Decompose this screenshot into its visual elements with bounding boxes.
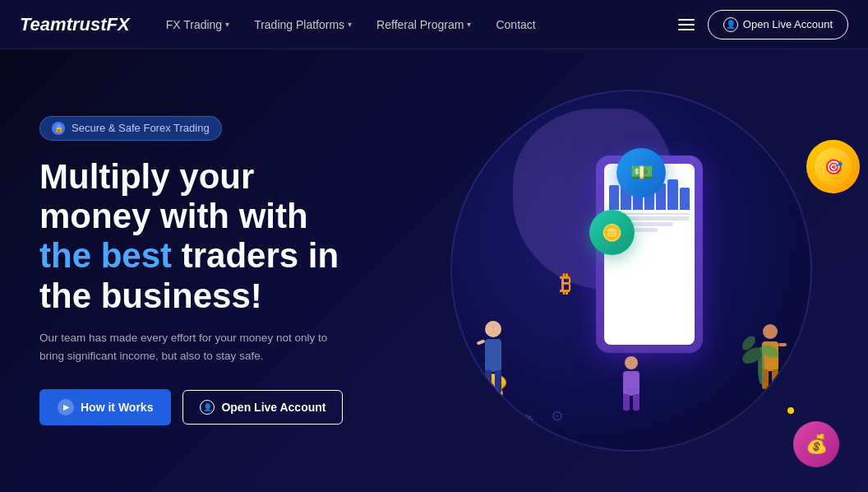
svg-point-10 xyxy=(625,356,638,369)
svg-point-0 xyxy=(485,321,501,337)
hero-heading: Multiply your money with with the best t… xyxy=(39,157,375,316)
navbar: TeamtrustFX FX Trading ▾ Trading Platfor… xyxy=(0,0,868,49)
how-it-works-button[interactable]: ▶ How it Works xyxy=(39,389,171,425)
nav-links: FX Trading ▾ Trading Platforms ▾ Reffera… xyxy=(156,12,675,38)
hero-section: 🔒 Secure & Safe Forex Trading Multiply y… xyxy=(0,49,868,492)
svg-rect-2 xyxy=(485,370,492,393)
figure-left xyxy=(473,314,514,405)
plant-decoration xyxy=(736,318,786,384)
float-icon-coin: 🪙 xyxy=(589,210,635,255)
nav-item-trading-platforms[interactable]: Trading Platforms ▾ xyxy=(244,12,362,38)
main-illustration-circle: ₿ ⚙ ⚙ xyxy=(450,90,812,452)
chevron-down-icon: ▾ xyxy=(225,20,229,29)
bar xyxy=(667,179,677,211)
bitcoin-icon: ₿ xyxy=(560,271,571,298)
hamburger-line xyxy=(678,19,695,21)
deco-ring: 🎯 xyxy=(806,140,860,193)
hamburger-line xyxy=(678,24,695,26)
hamburger-menu[interactable] xyxy=(675,16,698,34)
open-live-account-hero-button[interactable]: 👤 Open Live Account xyxy=(182,390,343,425)
bar xyxy=(680,188,690,211)
open-live-account-nav-button[interactable]: 👤 Open Live Account xyxy=(708,10,848,39)
gear-icon: ⚙ xyxy=(551,407,564,425)
svg-rect-4 xyxy=(477,339,486,345)
dot-yellow xyxy=(787,407,794,414)
svg-rect-12 xyxy=(623,394,630,411)
pink-money-circle: 💰 xyxy=(793,421,839,467)
user-icon: 👤 xyxy=(723,17,738,32)
float-icon-money: 💵 xyxy=(616,148,666,197)
svg-rect-3 xyxy=(495,370,501,393)
svg-rect-13 xyxy=(633,394,639,411)
hero-subtext: Our team has made every effort for your … xyxy=(39,329,352,364)
deco-ring-inner: 🎯 xyxy=(815,148,852,185)
svg-rect-1 xyxy=(485,339,501,372)
hero-buttons: ▶ How it Works 👤 Open Live Account xyxy=(39,389,375,425)
nav-right: 👤 Open Live Account xyxy=(675,10,848,39)
figure-center xyxy=(615,351,648,417)
gear-icon: ⚙ xyxy=(518,411,536,434)
nav-item-contact[interactable]: Contact xyxy=(486,12,545,38)
svg-rect-11 xyxy=(623,371,639,396)
lock-icon: 🔒 xyxy=(52,122,65,135)
nav-item-fx-trading[interactable]: FX Trading ▾ xyxy=(156,12,239,38)
play-icon: ▶ xyxy=(58,399,74,415)
chevron-down-icon: ▾ xyxy=(348,20,352,29)
nav-item-referral[interactable]: Refferal Program ▾ xyxy=(367,12,481,38)
logo: TeamtrustFX xyxy=(20,14,130,35)
bar xyxy=(609,185,619,210)
secure-badge: 🔒 Secure & Safe Forex Trading xyxy=(39,116,222,141)
chevron-down-icon: ▾ xyxy=(467,20,471,29)
hero-left: 🔒 Secure & Safe Forex Trading Multiply y… xyxy=(0,83,395,458)
hamburger-line xyxy=(678,29,695,30)
person-icon: 👤 xyxy=(200,400,215,415)
hero-right: 💵 🪙 xyxy=(395,49,868,492)
